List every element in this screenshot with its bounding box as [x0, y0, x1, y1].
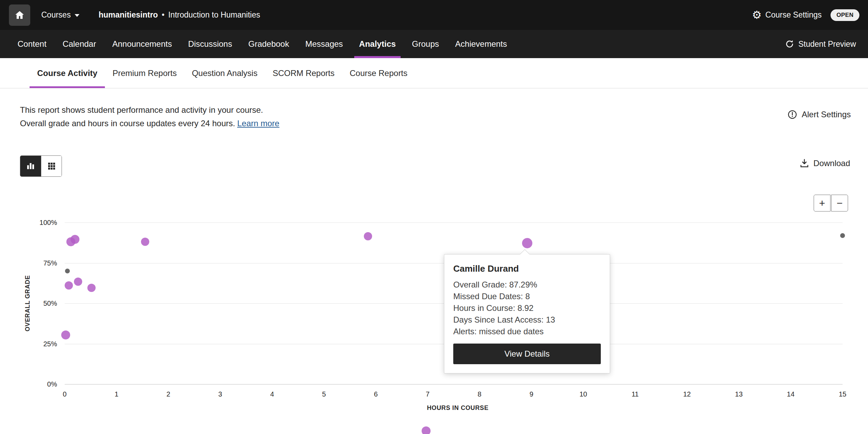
breadcrumb-course-id: humanitiesintro [99, 10, 158, 20]
tab-messages[interactable]: Messages [305, 30, 343, 58]
x-tick-label: 13 [735, 390, 742, 398]
zoom-controls: + − [814, 195, 848, 211]
open-status-badge: OPEN [831, 9, 859, 21]
view-details-button[interactable]: View Details [453, 344, 601, 364]
tab-groups[interactable]: Groups [412, 30, 439, 58]
x-tick-label: 10 [579, 390, 587, 398]
subtab-course-activity[interactable]: Course Activity [37, 58, 97, 88]
student-preview-button[interactable]: Student Preview [785, 39, 856, 49]
subtab-question-analysis[interactable]: Question Analysis [192, 58, 258, 88]
topbar: Courses humanitiesintro • Introduction t… [0, 0, 868, 30]
x-tick-label: 15 [839, 390, 846, 398]
gridline [65, 223, 843, 223]
course-settings-button[interactable]: ⚙ Course Settings [752, 10, 822, 20]
report-description-line2: Overall grade and hours in course update… [20, 117, 279, 130]
breadcrumb-course-name: Introduction to Humanities [168, 10, 260, 20]
subnav-tabs: Course ActivityPremium ReportsQuestion A… [0, 58, 868, 88]
x-axis-title: HOURS IN COURSE [427, 404, 488, 412]
download-icon [799, 158, 810, 169]
report-description-line1: This report shows student performance an… [20, 103, 279, 117]
y-tick-label: 75% [0, 259, 57, 267]
zoom-in-button[interactable]: + [814, 195, 831, 211]
tooltip-lines: Overall Grade: 87.29%Missed Due Dates: 8… [453, 279, 601, 337]
data-point[interactable] [65, 281, 73, 290]
course-nav: ContentCalendarAnnouncementsDiscussionsG… [0, 30, 868, 58]
breadcrumb: humanitiesintro • Introduction to Humani… [99, 10, 260, 20]
alert-icon [787, 109, 798, 120]
course-settings-label: Course Settings [766, 10, 822, 20]
tab-gradebook[interactable]: Gradebook [248, 30, 289, 58]
home-icon [14, 10, 25, 21]
chevron-down-icon [75, 14, 79, 17]
y-tick-label: 0% [0, 380, 57, 388]
x-tick-label: 7 [426, 390, 430, 398]
topbar-right: ⚙ Course Settings OPEN [752, 9, 859, 21]
data-point-partial[interactable] [422, 426, 431, 434]
x-tick-label: 6 [374, 390, 378, 398]
tab-discussions[interactable]: Discussions [188, 30, 232, 58]
x-tick-label: 12 [683, 390, 691, 398]
tooltip-stat: Overall Grade: 87.29% [453, 279, 601, 291]
x-tick-label: 11 [631, 390, 639, 398]
student-preview-refresh-icon [785, 39, 794, 49]
gear-icon: ⚙ [752, 10, 762, 20]
alert-settings-label: Alert Settings [802, 110, 851, 119]
tab-achievements[interactable]: Achievements [455, 30, 507, 58]
data-point[interactable] [840, 233, 845, 238]
x-tick-label: 8 [478, 390, 481, 398]
tooltip-stat: Missed Due Dates: 8 [453, 291, 601, 302]
y-axis-title: OVERALL GRADE [24, 275, 31, 331]
data-point[interactable] [65, 269, 70, 273]
x-tick-label: 4 [270, 390, 274, 398]
y-tick-label: 25% [0, 340, 57, 348]
view-toggle-group [20, 155, 62, 177]
scatter-chart: 100%75%50%25%0% 0123456789101112131415 O… [0, 223, 868, 434]
x-tick-label: 14 [787, 390, 794, 398]
x-tick-label: 5 [322, 390, 326, 398]
report-description: This report shows student performance an… [20, 103, 279, 130]
x-tick-label: 9 [530, 390, 533, 398]
home-button[interactable] [9, 4, 30, 26]
breadcrumb-separator: • [162, 10, 164, 20]
data-point[interactable] [522, 238, 532, 248]
student-preview-label: Student Preview [799, 40, 856, 49]
table-view-button[interactable] [41, 156, 62, 176]
tab-announcements[interactable]: Announcements [112, 30, 172, 58]
nav-tabs: ContentCalendarAnnouncementsDiscussionsG… [0, 30, 507, 58]
subtab-premium-reports[interactable]: Premium Reports [112, 58, 177, 88]
x-tick-label: 1 [115, 390, 118, 398]
tooltip-stat: Days Since Last Access: 13 [453, 314, 601, 326]
data-point[interactable] [364, 232, 372, 240]
subtab-course-reports[interactable]: Course Reports [350, 58, 408, 88]
data-point[interactable] [141, 238, 149, 246]
subtab-scorm-reports[interactable]: SCORM Reports [273, 58, 335, 88]
tab-content[interactable]: Content [18, 30, 46, 58]
tab-analytics[interactable]: Analytics [359, 30, 396, 58]
x-tick-label: 3 [218, 390, 222, 398]
tab-calendar[interactable]: Calendar [63, 30, 96, 58]
learn-more-link[interactable]: Learn more [237, 119, 280, 128]
tooltip-stat: Alerts: missed due dates [453, 326, 601, 337]
alert-settings-button[interactable]: Alert Settings [787, 109, 851, 120]
courses-label: Courses [41, 10, 71, 20]
student-tooltip: Camille Durand Overall Grade: 87.29%Miss… [444, 254, 610, 373]
x-tick-label: 2 [166, 390, 170, 398]
tooltip-stat: Hours in Course: 8.92 [453, 302, 601, 314]
data-point[interactable] [74, 278, 82, 286]
data-point[interactable] [87, 284, 96, 292]
y-tick-label: 100% [0, 219, 57, 227]
table-grid-icon [46, 161, 57, 171]
gridline [65, 384, 843, 384]
tooltip-student-name: Camille Durand [453, 263, 601, 274]
data-point[interactable] [61, 330, 70, 339]
analytics-subnav: Course ActivityPremium ReportsQuestion A… [0, 58, 868, 88]
x-tick-label: 0 [63, 390, 66, 398]
download-button[interactable]: Download [799, 158, 850, 169]
download-label: Download [813, 159, 850, 168]
bar-chart-icon [25, 161, 36, 171]
courses-menu-button[interactable]: Courses [41, 10, 79, 20]
report-description-line2-text: Overall grade and hours in course update… [20, 119, 235, 128]
zoom-out-button[interactable]: − [831, 195, 848, 211]
data-point[interactable] [70, 235, 79, 244]
chart-view-button[interactable] [20, 156, 41, 176]
